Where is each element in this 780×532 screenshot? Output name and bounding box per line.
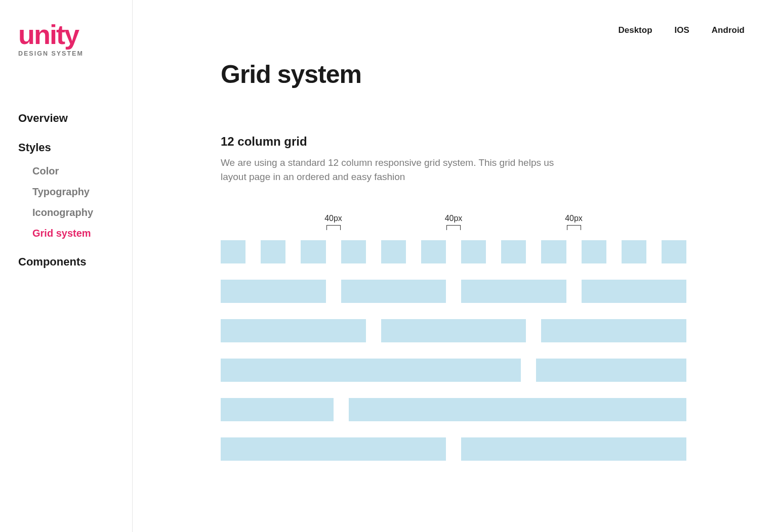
nav-sub-grid-system[interactable]: Grid system [32, 228, 114, 239]
brand-name: unity [18, 22, 114, 47]
gutter-labels: 40px40px40px [221, 214, 686, 238]
grid-cell [622, 240, 646, 263]
grid-cell [221, 319, 366, 342]
main: Desktop IOS Android Grid system 12 colum… [133, 0, 780, 532]
app-root: unity DESIGN SYSTEM Overview Styles Colo… [0, 0, 780, 532]
grid-cell [221, 398, 334, 421]
sidebar: unity DESIGN SYSTEM Overview Styles Colo… [0, 0, 133, 532]
grid-cell [381, 319, 526, 342]
grid-cell [349, 398, 687, 421]
grid-cell [221, 359, 521, 382]
nav-sub-typography[interactable]: Typography [32, 186, 114, 198]
grid-row [221, 359, 686, 382]
gutter-label-text: 40px [445, 214, 463, 223]
grid-row [221, 319, 686, 342]
grid-cell [541, 240, 566, 263]
grid-cell [221, 437, 446, 461]
grid-cell [536, 359, 686, 382]
grid-cell [341, 240, 366, 263]
section-description: We are using a standard 12 column respon… [221, 156, 575, 184]
tab-ios[interactable]: IOS [675, 25, 689, 35]
grid-cell [301, 240, 325, 263]
grid-cell [221, 240, 245, 263]
tab-desktop[interactable]: Desktop [618, 25, 652, 35]
nav-overview[interactable]: Overview [18, 112, 114, 125]
section-title: 12 column grid [221, 135, 639, 149]
grid-cell [461, 437, 686, 461]
gutter-bracket-icon [326, 225, 341, 230]
grid-cell [381, 240, 406, 263]
grid-row [221, 437, 686, 461]
grid-cell [501, 240, 526, 263]
grid-cell [541, 319, 686, 342]
grid-cell [461, 240, 486, 263]
grid-cell [582, 280, 687, 303]
gutter-bracket-icon [446, 225, 461, 230]
gutter-marker: 40px [323, 214, 344, 230]
gutter-bracket-icon [567, 225, 581, 230]
nav-components[interactable]: Components [18, 255, 114, 269]
content: Grid system 12 column grid We are using … [133, 0, 639, 461]
platform-tabs: Desktop IOS Android [618, 25, 745, 35]
nav-styles-subitems: Color Typography Iconography Grid system [18, 165, 114, 239]
grid-row [221, 280, 686, 303]
grid-cell [662, 240, 686, 263]
gutter-label-text: 40px [324, 214, 342, 223]
grid-cell [582, 240, 606, 263]
grid-cell [461, 280, 566, 303]
nav-sub-iconography[interactable]: Iconography [32, 207, 114, 218]
grid-cell [341, 280, 446, 303]
gutter-marker: 40px [564, 214, 584, 230]
tab-android[interactable]: Android [712, 25, 745, 35]
grid-cell [421, 240, 446, 263]
brand-tagline: DESIGN SYSTEM [18, 50, 114, 57]
brand-logo: unity DESIGN SYSTEM [18, 22, 114, 57]
grid-demo: 40px40px40px [221, 214, 686, 461]
gutter-label-text: 40px [565, 214, 583, 223]
grid-cell [221, 280, 326, 303]
grid-row [221, 240, 686, 263]
grid-rows [221, 240, 686, 461]
nav-styles[interactable]: Styles [18, 141, 114, 154]
grid-row [221, 398, 686, 421]
page-title: Grid system [221, 60, 639, 89]
grid-cell [261, 240, 285, 263]
nav-sub-color[interactable]: Color [32, 165, 114, 177]
gutter-marker: 40px [443, 214, 464, 230]
